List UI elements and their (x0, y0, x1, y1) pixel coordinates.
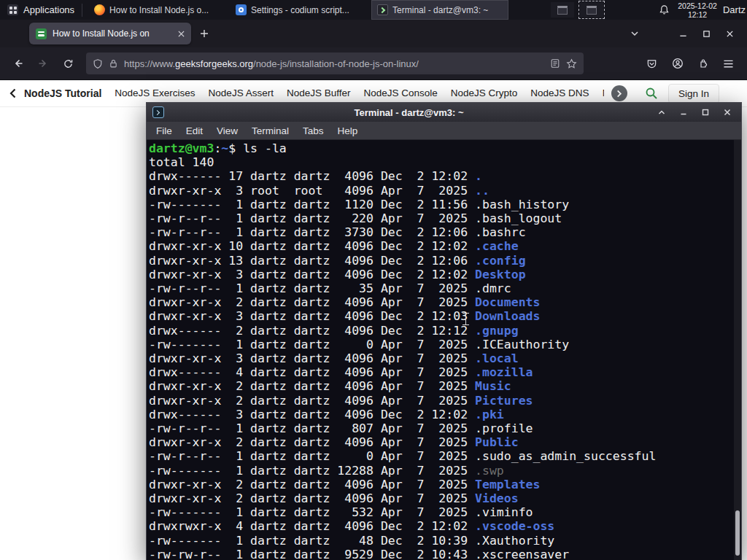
panel-window-button[interactable]: Settings - codium script... (230, 0, 367, 20)
terminal-shade-button[interactable] (654, 109, 670, 116)
site-nav-item[interactable]: NodeJS Assert (209, 88, 274, 99)
terminal-menu-view[interactable]: View (217, 125, 238, 136)
menu-hamburger-icon[interactable] (717, 53, 740, 74)
terminal-body[interactable]: dartz@vm3:~$ ls -latotal 140drwx------ 1… (147, 140, 741, 560)
site-nav-items: NodeJS TutorialNodeJS ExercisesNodeJS As… (24, 88, 604, 99)
site-nav-item[interactable]: NodeJS Buffer (287, 88, 351, 99)
panel-window-button[interactable]: How to Install Node.js o... (88, 0, 225, 20)
tab-close-icon[interactable] (178, 31, 185, 37)
bookmark-star-icon[interactable] (566, 58, 577, 69)
firefox-icon (94, 4, 105, 15)
terminal-output-line: drwxr-xr-x 2 dartz dartz 4096 Apr 7 2025… (149, 295, 732, 309)
applications-menu-label: Applications (23, 4, 74, 15)
url-host: geeksforgeeks.org (175, 58, 253, 69)
terminal-scrollbar[interactable] (734, 140, 741, 560)
url-text: https://www.geeksforgeeks.org/node-js/in… (124, 58, 544, 69)
url-bar[interactable]: https://www.geeksforgeeks.org/node-js/in… (86, 52, 584, 74)
window-button-title: Terminal - dartz@vm3: ~ (392, 5, 503, 15)
browser-tab[interactable]: How to Install Node.js on (29, 23, 191, 44)
terminal-output-line: drwx------ 4 dartz dartz 4096 Apr 7 2025… (149, 365, 732, 379)
terminal-titlebar[interactable]: Terminal - dartz@vm3: ~ (147, 103, 741, 122)
new-tab-button[interactable] (200, 29, 209, 38)
terminal-output-line: drwxr-xr-x 3 dartz dartz 4096 Dec 2 12:0… (149, 309, 732, 323)
terminal-menu-help[interactable]: Help (338, 125, 358, 136)
reader-view-icon[interactable] (550, 58, 560, 69)
terminal-output-line: drwx------ 3 dartz dartz 4096 Dec 2 12:0… (149, 408, 732, 421)
panel-separator (82, 4, 82, 17)
site-nav-item[interactable]: NodeJS Exercises (115, 88, 195, 99)
desktop: Applications How to Install Node.js o...… (0, 0, 747, 560)
system-tray (551, 2, 603, 18)
reload-button[interactable] (57, 53, 79, 74)
terminal-window: Terminal - dartz@vm3: ~ FileEditViewTerm… (146, 102, 742, 560)
terminal-output-line: drwxr-xr-x 10 dartz dartz 4096 Dec 2 12:… (149, 239, 732, 253)
back-button[interactable] (7, 53, 29, 74)
terminal-output-line: drwxr-xr-x 2 dartz dartz 4096 Apr 7 2025… (149, 491, 732, 505)
terminal-close-button[interactable] (719, 109, 735, 116)
site-nav-item[interactable]: Node (603, 88, 604, 99)
browser-close-button[interactable] (718, 20, 741, 47)
terminal-output-line: drwxr-xr-x 13 dartz dartz 4096 Dec 2 12:… (149, 254, 732, 268)
window-button-title: How to Install Node.js o... (109, 5, 220, 15)
terminal-menu-tabs[interactable]: Tabs (303, 125, 324, 136)
padlock-icon[interactable] (109, 58, 118, 69)
panel-task-buttons: How to Install Node.js o...Settings - co… (88, 0, 508, 20)
tab-bar: How to Install Node.js on (0, 20, 747, 47)
extensions-puzzle-icon[interactable] (692, 53, 714, 74)
url-path: /node-js/installation-of-node-js-on-linu… (253, 58, 419, 69)
nav-scroll-left-chevron-icon[interactable] (9, 88, 17, 98)
terminal-output-line: -rw-r--r-- 1 dartz dartz 807 Apr 7 2025 … (149, 421, 732, 435)
terminal-minimize-button[interactable] (676, 109, 692, 116)
site-nav-item[interactable]: NodeJS Tutorial (24, 88, 101, 99)
terminal-output-line: -rw-r--r-- 1 dartz dartz 3730 Dec 2 12:0… (149, 225, 732, 239)
account-icon[interactable] (666, 53, 689, 74)
terminal-output-line: -rw-r--r-- 1 dartz dartz 0 Apr 7 2025 .s… (149, 449, 732, 463)
terminal-output-line: drwxr-xr-x 3 root root 4096 Apr 7 2025 .… (149, 184, 732, 198)
terminal-output-line: drwxr-xr-x 2 dartz dartz 4096 Apr 7 2025… (149, 379, 732, 393)
tray-terminal-icon[interactable] (580, 2, 603, 18)
terminal-output-line: drwxr-xr-x 3 dartz dartz 4096 Dec 2 12:0… (149, 268, 732, 281)
terminal-output-line: -rw------- 1 dartz dartz 12288 Apr 7 202… (149, 464, 732, 478)
search-icon[interactable] (645, 87, 658, 100)
terminal-maximize-button[interactable] (697, 109, 713, 116)
site-nav-item[interactable]: NodeJS DNS (530, 88, 589, 99)
list-all-tabs-chevron-icon[interactable] (630, 29, 639, 38)
tray-window-icon[interactable] (551, 2, 574, 18)
panel-clock[interactable]: 2025-12-02 12:12 (678, 1, 717, 19)
text-cursor (462, 313, 469, 325)
browser-minimize-button[interactable] (671, 20, 694, 47)
terminal-output-line: drwxr-xr-x 2 dartz dartz 4096 Apr 7 2025… (149, 478, 732, 491)
site-nav-item[interactable]: NodeJS Console (363, 88, 437, 99)
terminal-menu-terminal[interactable]: Terminal (252, 125, 289, 136)
sign-in-button[interactable]: Sign In (668, 84, 719, 104)
terminal-output-line: -rw------- 1 dartz dartz 532 Apr 7 2025 … (149, 505, 732, 519)
browser-maximize-button[interactable] (694, 20, 718, 47)
terminal-output-line: -rw-r--r-- 1 dartz dartz 35 Apr 7 2025 .… (149, 281, 732, 295)
terminal-output-line: drwxr-xr-x 3 dartz dartz 4096 Apr 7 2025… (149, 351, 732, 365)
terminal-output-line: drwxr-xr-x 2 dartz dartz 4096 Apr 7 2025… (149, 394, 732, 408)
terminal-screen: dartz@vm3:~$ ls -latotal 140drwx------ 1… (149, 141, 732, 560)
terminal-app-icon (152, 106, 164, 118)
terminal-title: Terminal - dartz@vm3: ~ (170, 107, 648, 118)
terminal-icon (377, 4, 388, 15)
site-nav-item[interactable]: NodeJS Crypto (451, 88, 518, 99)
terminal-scrollbar-thumb[interactable] (735, 510, 740, 556)
pocket-icon[interactable] (640, 53, 663, 74)
url-scheme: https://www. (124, 58, 175, 69)
terminal-menu-edit[interactable]: Edit (186, 125, 203, 136)
forward-button[interactable] (32, 53, 54, 74)
terminal-output-line: -rw------- 1 dartz dartz 0 Apr 7 2025 .I… (149, 338, 732, 351)
terminal-menubar: FileEditViewTerminalTabsHelp (147, 122, 741, 140)
nav-scroll-right-button[interactable] (611, 85, 627, 101)
terminal-output-line: -rw------- 1 dartz dartz 1120 Dec 2 11:5… (149, 198, 732, 211)
panel-window-button[interactable]: Terminal - dartz@vm3: ~ (371, 0, 508, 20)
terminal-output-line: -rw-rw-r-- 1 dartz dartz 9529 Dec 2 10:4… (149, 548, 732, 560)
applications-menu[interactable]: Applications (0, 0, 82, 20)
tracking-shield-icon[interactable] (93, 58, 103, 69)
terminal-output-line: drwxrwxr-x 4 dartz dartz 4096 Dec 2 12:0… (149, 519, 732, 533)
notification-bell-icon[interactable] (657, 4, 670, 15)
tab-title: How to Install Node.js on (53, 28, 172, 39)
terminal-menu-file[interactable]: File (156, 125, 172, 136)
terminal-output-line: total 140 (149, 155, 732, 169)
terminal-output-line: -rw------- 1 dartz dartz 48 Dec 2 10:39 … (149, 534, 732, 548)
